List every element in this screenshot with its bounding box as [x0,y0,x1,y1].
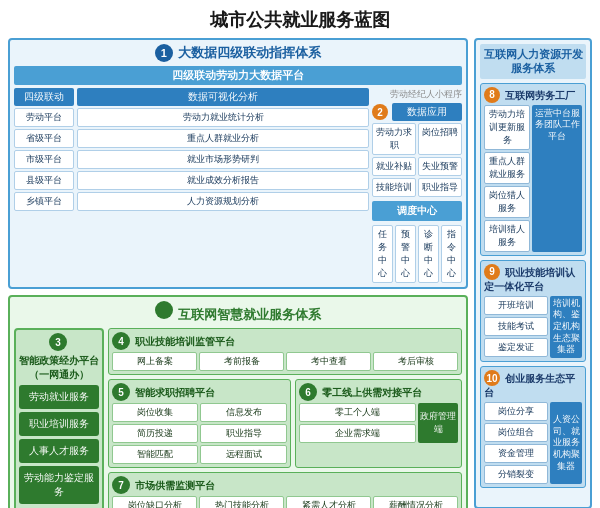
voc-item: 网上备案 [112,352,197,371]
skill-block: 9 职业技能培训认定一体化平台 开班培训 技能考试 鉴定发证 培训机构、鉴定机构… [480,260,586,362]
smart-item: 岗位收集 [112,403,198,422]
smart-item: 信息发布 [200,403,286,422]
bigdata-right-col: 劳动经纪人小程序 2 数据应用 劳动力求职 岗位招聘 就业补贴 失业预警 技能培… [372,88,462,283]
startup-block: 10 创业服务生态平台 岗位分享 岗位组合 资金管理 分销裂变 人资公司、就业服… [480,366,586,488]
bigdata-mid-item: 人力资源规划分析 [77,192,369,211]
right-section: 互联网人力资源开发服务体系 8 互联网劳务工厂 劳动力培训更新服务 重点人群就业… [474,38,592,508]
factory-items: 劳动力培训更新服务 重点人群就业服务 岗位猎人服务 培训猎人服务 [484,105,530,252]
policy-col: 3 智能政策经办平台（一网通办） 劳动就业服务 职业培训服务 人事人才服务 劳动… [14,328,104,508]
policy-badge-row: 3 [19,333,99,351]
market-item: 紧需人才分析 [286,496,371,508]
startup-inner: 岗位分享 岗位组合 资金管理 分销裂变 人资公司、就业服务机构聚集器 [484,402,582,484]
policy-item: 职业培训服务 [19,412,99,436]
factory-inner: 劳动力培训更新服务 重点人群就业服务 岗位猎人服务 培训猎人服务 运营中台服务团… [484,105,582,252]
app-item: 就业补贴 [372,157,416,176]
bigdata-left-title: 四级联动 [14,88,74,106]
skill-item: 开班培训 [484,296,548,315]
dispatch-item: 任务中心 [372,225,393,283]
online-platform: 6 零工线上供需对接平台 零工个人端 企业需求端 政府管理端 [295,379,462,468]
policy-item: 劳动能力鉴定服务 [19,466,99,504]
badge-internet [155,301,173,319]
voc-platform: 4 职业技能培训监管平台 网上备案 考前报备 考中查看 考后审核 [108,328,462,375]
bigdata-mid-item: 劳动力就业统计分析 [77,108,369,127]
online-left-items: 零工个人端 企业需求端 [299,403,416,443]
main-title: 城市公共就业服务蓝图 [0,0,600,38]
internet-right-col: 4 职业技能培训监管平台 网上备案 考前报备 考中查看 考后审核 [108,328,462,508]
platform-label: 运营中台服务团队工作平台 [532,105,582,252]
online-item: 零工个人端 [299,403,416,422]
badge-9: 9 [484,264,500,280]
factory-item: 劳动力培训更新服务 [484,105,530,150]
factory-badge-row: 8 互联网劳务工厂 [484,87,582,103]
startup-item: 分销裂变 [484,465,548,484]
govt-item: 政府管理端 [418,403,458,443]
voc-item: 考后审核 [373,352,458,371]
smart-item: 职业指导 [200,424,286,443]
bigdata-left-item: 乡镇平台 [14,192,74,211]
app-item: 失业预警 [418,157,462,176]
apps-extra-label: 劳动经纪人小程序 [372,88,462,101]
factory-block: 8 互联网劳务工厂 劳动力培训更新服务 重点人群就业服务 岗位猎人服务 培训猎人… [480,83,586,256]
online-title-row: 6 零工线上供需对接平台 [299,383,458,401]
voc-item: 考中查看 [286,352,371,371]
bigdata-mid-title: 数据可视化分析 [77,88,369,106]
apps-title: 数据应用 [392,103,462,121]
startup-badge-row: 10 创业服务生态平台 [484,370,582,400]
market-platform: 7 市场供需监测平台 岗位缺口分析 热门技能分析 紧需人才分析 薪酬情况分析 [108,472,462,508]
market-item: 薪酬情况分析 [373,496,458,508]
bigdata-left-item: 县级平台 [14,171,74,190]
smart-item: 简历投递 [112,424,198,443]
voc-title-row: 4 职业技能培训监管平台 [112,332,458,350]
factory-item: 重点人群就业服务 [484,152,530,184]
online-right-items: 政府管理端 [418,403,458,443]
internet-section: 互联网智慧就业服务体系 3 智能政策经办平台（一网通办） 劳动就业服务 职业培训… [8,295,468,508]
online-item: 企业需求端 [299,424,416,443]
bigdata-mid-item: 就业成效分析报告 [77,171,369,190]
skill-inner: 开班培训 技能考试 鉴定发证 培训机构、鉴定机构生态聚集器 [484,296,582,358]
bigdata-left-item: 市级平台 [14,150,74,169]
startup-cluster: 人资公司、就业服务机构聚集器 [550,402,582,484]
dispatch-item: 指令中心 [441,225,462,283]
smart-item: 远程面试 [200,445,286,464]
policy-box: 3 智能政策经办平台（一网通办） 劳动就业服务 职业培训服务 人事人才服务 劳动… [14,328,104,508]
bigdata-left-col: 四级联动 劳动平台 省级平台 市级平台 县级平台 乡镇平台 [14,88,74,283]
badge-5: 5 [112,383,130,401]
smart-platform: 5 智能求职招聘平台 岗位收集 信息发布 简历投递 职业指导 智能匹配 远程面试 [108,379,291,468]
voc-items: 网上备案 考前报备 考中查看 考后审核 [112,352,458,371]
bigdata-title: 1 大数据四级联动指挥体系 [14,44,462,62]
smart-item: 智能匹配 [112,445,198,464]
app-item: 岗位招聘 [418,123,462,155]
bigdata-section: 1 大数据四级联动指挥体系 四级联动劳动力大数据平台 四级联动 劳动平台 省级平… [8,38,468,289]
smart-items: 岗位收集 信息发布 简历投递 职业指导 智能匹配 远程面试 [112,403,287,464]
badge-3: 3 [49,333,67,351]
dispatch-center: 调度中心 [372,201,462,221]
badge-8: 8 [484,87,500,103]
startup-items: 岗位分享 岗位组合 资金管理 分销裂变 [484,402,548,484]
badge-2: 2 [372,104,388,120]
badge-7: 7 [112,476,130,494]
bigdata-mid-item: 重点人群就业分析 [77,129,369,148]
app-item: 职业指导 [418,178,462,197]
startup-item: 资金管理 [484,444,548,463]
apps-grid: 劳动力求职 岗位招聘 就业补贴 失业预警 技能培训 职业指导 [372,123,462,197]
right-section-title: 互联网人力资源开发服务体系 [480,44,586,79]
dispatch-items: 任务中心 预警中心 诊断中心 指令中心 [372,225,462,283]
dispatch-item: 诊断中心 [418,225,439,283]
market-items: 岗位缺口分析 热门技能分析 紧需人才分析 薪酬情况分析 [112,496,458,508]
online-items-area: 零工个人端 企业需求端 政府管理端 [299,403,458,443]
bigdata-mid-col: 数据可视化分析 劳动力就业统计分析 重点人群就业分析 就业市场形势研判 就业成效… [77,88,369,283]
bigdata-left-item: 劳动平台 [14,108,74,127]
smart-online-row: 5 智能求职招聘平台 岗位收集 信息发布 简历投递 职业指导 智能匹配 远程面试 [108,379,462,468]
smart-title-row: 5 智能求职招聘平台 [112,383,287,401]
skill-item: 鉴定发证 [484,338,548,357]
bigdata-left-item: 省级平台 [14,129,74,148]
dispatch-item: 预警中心 [395,225,416,283]
startup-item: 岗位组合 [484,423,548,442]
app-item: 劳动力求职 [372,123,416,155]
badge-1: 1 [155,44,173,62]
policy-item: 人事人才服务 [19,439,99,463]
startup-item: 岗位分享 [484,402,548,421]
bigdata-mid-item: 就业市场形势研判 [77,150,369,169]
app-item: 技能培训 [372,178,416,197]
badge-10: 10 [484,370,500,386]
